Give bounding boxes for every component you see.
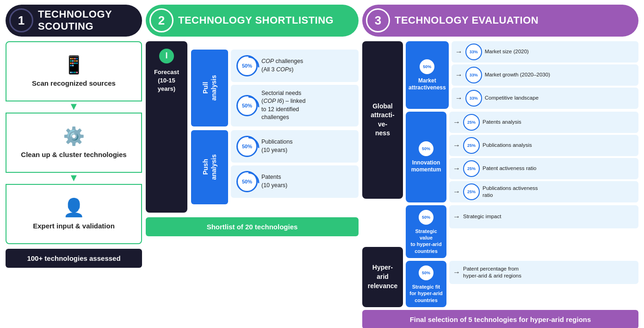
competitive-pct: 33% [465, 90, 482, 107]
push-text-2: Patents(10 years) [261, 173, 287, 189]
market-item-competitive: → 33% Competitive landscape [452, 88, 638, 109]
shortlist-bottom-label: Shortlist of 20 technologies [146, 217, 359, 236]
strategic-value-pct-circle: 50% [418, 209, 434, 226]
patents-analysis-text: Patents analysis [483, 119, 521, 126]
push-items: 50% Publications(10 years) 5 [231, 130, 359, 204]
pull-percent-1: 50% [236, 55, 258, 76]
competitive-text: Competitive landscape [485, 95, 539, 101]
arrow-publications-analysis: → [453, 141, 460, 150]
scouting-items-list: 📱 Scan recognized sources ▼ ⚙️ Clean up … [6, 41, 142, 244]
scouting-item-scan: 📱 Scan recognized sources [6, 41, 142, 101]
pull-label: Pullanalysis [201, 75, 218, 101]
forecast-box: I Forecast(10-15years) [146, 41, 187, 213]
pull-item-sectorial: 50% Sectorial needs(COP I6) – linkedto 1… [231, 85, 359, 126]
main-container: 1 TECHNOLOGYSCOUTING 2 TECHNOLOGY SHORTL… [0, 0, 644, 328]
phase-headers-row: 1 TECHNOLOGYSCOUTING 2 TECHNOLOGY SHORTL… [6, 5, 638, 37]
hyper-arid-label: Hyper-aridrelevance [362, 247, 403, 307]
phase-shortlisting-header: 2 TECHNOLOGY SHORTLISTING [146, 5, 359, 37]
strategic-impact-item: → Strategic impact [449, 205, 638, 228]
arrow-market-size: → [455, 48, 463, 56]
shortlist-main-area: I Forecast(10-15years) Pullanalysis [146, 41, 359, 213]
innovation-momentum-row: 50% Innovationmomentum → 25% Patents ana… [406, 112, 638, 202]
phase-3-number: 3 [366, 8, 390, 32]
innovation-item-patent-ratio: → 25% Patent activeness ratio [449, 158, 638, 179]
scan-label: Scan recognized sources [32, 79, 116, 88]
arrow-patent-percentage: → [453, 268, 460, 277]
shortlisting-column: I Forecast(10-15years) Pullanalysis [146, 41, 359, 236]
innovation-item-pub-ratio: → 25% Publications activenessratio [449, 181, 638, 202]
phase-evaluation-header: 3 TECHNOLOGY EVALUATION [362, 5, 638, 37]
pull-text-1: COP challenges(All 3 COPs) [261, 57, 303, 74]
svg-point-1 [238, 97, 259, 117]
pull-analysis-section: Pullanalysis 50% [191, 50, 359, 126]
market-attractiveness-row: 50% Marketattractiveness → 33% Market si… [406, 41, 638, 109]
patents-analysis-pct: 25% [463, 114, 480, 131]
scouting-item-expert: 👤 Expert input & validation [6, 184, 142, 244]
pub-ratio-text: Publications activenessratio [483, 185, 538, 199]
svg-point-3 [238, 173, 259, 193]
push-item-publications: 50% Publications(10 years) [231, 130, 359, 163]
arrow-pub-ratio: → [453, 188, 460, 196]
phase-2-title: TECHNOLOGY SHORTLISTING [178, 14, 334, 26]
global-label-col: Globalattracti-ve-ness Hyper-aridrelevan… [362, 41, 403, 307]
market-item-size: → 33% Market size (2020) [452, 41, 638, 63]
patent-ratio-text: Patent activeness ratio [483, 165, 536, 172]
analyses-column: Pullanalysis 50% [191, 50, 359, 204]
arrow-patent-ratio: → [453, 164, 460, 173]
eval-sections: 50% Marketattractiveness → 33% Market si… [406, 41, 638, 307]
push-percent-2: 50% [236, 171, 258, 192]
forecast-number: I [159, 49, 174, 63]
scouting-bottom-label: 100+ technologies assessed [6, 249, 142, 268]
market-percent-circle: 50% [419, 58, 435, 75]
push-label: Pushanalysis [201, 154, 218, 180]
strategic-fit-row: 50% Strategic fitfor hyper-aridcountries… [406, 261, 638, 307]
innovation-blue-box: 50% Innovationmomentum [406, 112, 446, 202]
pull-bar: Pullanalysis [191, 50, 228, 126]
market-growth-pct: 33% [465, 67, 482, 83]
strategic-value-blue-box: 50% Strategic valueto hyper-aridcountrie… [406, 205, 446, 258]
strategic-value-items: → Strategic impact [449, 205, 638, 258]
patent-percentage-item: → Patent percentage fromhyper-arid & ari… [449, 261, 638, 284]
pull-item-cop: 50% COP challenges(All 3 COPs) [231, 50, 359, 82]
eval-bottom-label: Final selection of 5 technologies for hy… [362, 310, 638, 328]
market-item-growth: → 33% Market growth (2020–2030) [452, 64, 638, 86]
strategic-fit-pct-circle: 50% [418, 265, 434, 281]
svg-point-0 [238, 57, 259, 77]
publications-analysis-pct: 25% [463, 137, 480, 154]
eval-content: Globalattracti-ve-ness Hyper-aridrelevan… [362, 41, 638, 307]
patent-ratio-pct: 25% [463, 160, 480, 177]
evaluation-column: Globalattracti-ve-ness Hyper-aridrelevan… [362, 41, 638, 328]
market-size-text: Market size (2020) [485, 48, 529, 55]
arrow-strategic-impact: → [453, 213, 460, 221]
svg-point-2 [238, 138, 259, 158]
content-row: 📱 Scan recognized sources ▼ ⚙️ Clean up … [6, 41, 638, 328]
push-percent-1: 50% [236, 136, 258, 157]
phase-2-number: 2 [149, 8, 173, 32]
push-analysis-section: Pushanalysis 50% [191, 130, 359, 204]
market-size-pct: 33% [465, 44, 482, 60]
phase-1-number: 1 [9, 8, 33, 32]
arrow-competitive: → [455, 94, 463, 102]
market-growth-text: Market growth (2020–2030) [485, 71, 550, 78]
cluster-label: Clean up & cluster technologies [21, 150, 126, 159]
scouting-arrow-1: ▼ [6, 101, 142, 113]
push-item-patents: 50% Patents(10 years) [231, 165, 359, 198]
strategic-impact-text: Strategic impact [463, 213, 501, 220]
arrow-patents-analysis: → [453, 118, 460, 126]
cluster-icon: ⚙️ [63, 126, 85, 146]
pub-ratio-pct: 25% [463, 183, 480, 200]
pull-percent-2: 50% [236, 95, 258, 116]
strategic-fit-items: → Patent percentage fromhyper-arid & ari… [449, 261, 638, 307]
phase-1-title: TECHNOLOGYSCOUTING [38, 8, 112, 33]
innovation-items-col: → 25% Patents analysis → 25% Publication… [449, 112, 638, 202]
phase-3-title: TECHNOLOGY EVALUATION [395, 14, 539, 26]
strategic-value-row: 50% Strategic valueto hyper-aridcountrie… [406, 205, 638, 258]
pull-items: 50% COP challenges(All 3 COPs) [231, 50, 359, 126]
innovation-percent-circle: 50% [418, 140, 434, 157]
innovation-item-publications: → 25% Publications analysis [449, 135, 638, 156]
expert-label: Expert input & validation [33, 221, 115, 231]
forecast-label: Forecast(10-15years) [154, 68, 179, 94]
scouting-arrow-2: ▼ [6, 172, 142, 184]
innovation-item-patents: → 25% Patents analysis [449, 112, 638, 133]
strategic-fit-blue-box: 50% Strategic fitfor hyper-aridcountries [406, 261, 446, 307]
